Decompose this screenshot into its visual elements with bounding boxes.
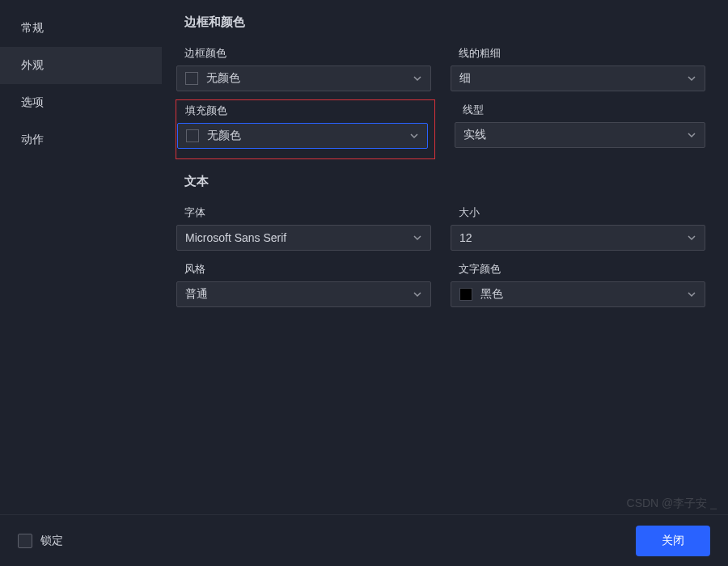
- highlighted-fill-color-box: 填充颜色 无颜色: [176, 99, 435, 159]
- select-line-weight[interactable]: 细: [451, 65, 705, 91]
- close-button[interactable]: 关闭: [636, 526, 710, 556]
- label-font: 字体: [176, 205, 431, 220]
- lock-checkbox[interactable]: 锁定: [18, 534, 63, 548]
- chevron-down-icon: [687, 289, 696, 299]
- settings-sidebar: 常规 外观 选项 动作: [0, 0, 162, 514]
- select-size[interactable]: 12: [451, 225, 705, 251]
- chevron-down-icon: [413, 233, 422, 243]
- select-value: Microsoft Sans Serif: [185, 231, 286, 244]
- sidebar-item-appearance[interactable]: 外观: [0, 47, 162, 84]
- select-border-color[interactable]: 无颜色: [176, 65, 431, 91]
- swatch-black-icon: [459, 288, 472, 301]
- chevron-down-icon: [687, 130, 696, 140]
- chevron-down-icon: [409, 131, 419, 141]
- select-value: 无颜色: [207, 129, 241, 143]
- label-style: 风格: [176, 262, 431, 277]
- select-value: 黑色: [480, 287, 503, 302]
- section-title-border: 边框和颜色: [176, 15, 705, 30]
- sidebar-item-options[interactable]: 选项: [0, 84, 162, 121]
- select-font[interactable]: Microsoft Sans Serif: [176, 225, 431, 251]
- select-value: 普通: [185, 287, 208, 302]
- label-text-color: 文字颜色: [451, 262, 705, 277]
- sidebar-item-actions[interactable]: 动作: [0, 121, 162, 158]
- chevron-down-icon: [413, 289, 422, 299]
- checkbox-icon: [18, 534, 32, 548]
- select-value: 细: [459, 71, 471, 86]
- select-value: 实线: [463, 128, 486, 142]
- label-line-type: 线型: [455, 103, 706, 117]
- chevron-down-icon: [687, 74, 696, 83]
- label-size: 大小: [451, 205, 705, 220]
- select-style[interactable]: 普通: [176, 281, 431, 307]
- dialog-footer: 锁定 关闭: [0, 514, 728, 566]
- select-value: 12: [459, 231, 472, 244]
- sidebar-item-general[interactable]: 常规: [0, 10, 162, 47]
- select-fill-color[interactable]: 无颜色: [177, 123, 428, 149]
- label-border-color: 边框颜色: [176, 46, 431, 61]
- swatch-none-icon: [186, 129, 199, 142]
- select-text-color[interactable]: 黑色: [451, 281, 705, 307]
- select-value: 无颜色: [206, 71, 240, 86]
- chevron-down-icon: [413, 74, 422, 83]
- section-title-text: 文本: [176, 174, 705, 189]
- label-line-weight: 线的粗细: [451, 46, 705, 61]
- settings-content: 边框和颜色 边框颜色 无颜色 线的粗细 细: [162, 0, 728, 514]
- swatch-none-icon: [185, 72, 198, 85]
- lock-label: 锁定: [40, 534, 63, 548]
- select-line-type[interactable]: 实线: [455, 122, 706, 148]
- chevron-down-icon: [687, 233, 696, 243]
- label-fill-color: 填充颜色: [177, 100, 428, 118]
